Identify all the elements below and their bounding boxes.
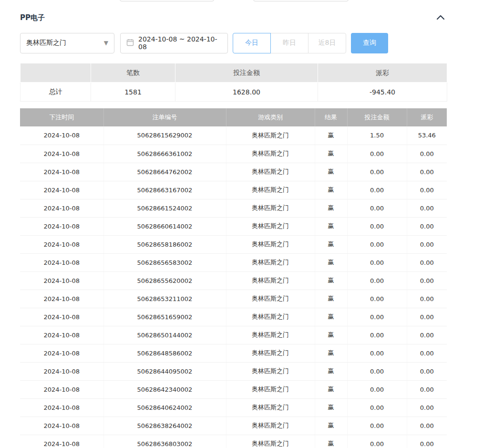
payout-cell: 0.00 [407,326,447,344]
bet-id-cell: 50628666361002 [103,145,226,163]
bet-time-cell: 2024-10-08 [20,235,103,253]
bet-amount-cell: 0.00 [347,417,407,435]
game-type-cell: 奥林匹斯之门 [226,271,315,290]
quick-filter-today[interactable]: 今日 [233,33,271,53]
quick-filter-last8days[interactable]: 近8日 [308,33,346,53]
result-cell: 赢 [315,163,347,181]
bet-time-cell: 2024-10-08 [20,145,103,163]
game-type-cell: 奥林匹斯之门 [226,344,315,362]
summary-header-empty [21,63,91,83]
summary-bet-amount-value: 1628.00 [175,83,318,102]
cropped-input-left[interactable] [120,0,214,1]
result-cell: 赢 [315,126,347,145]
bet-amount-cell: 0.00 [347,217,407,235]
search-button[interactable]: 查询 [351,33,388,53]
header-bet-amount: 投注金额 [347,108,407,126]
result-cell: 赢 [315,398,347,417]
game-type-cell: 奥林匹斯之门 [226,398,315,417]
bet-id-cell: 50628638264002 [103,417,226,435]
header-game-type: 游戏类别 [226,108,315,126]
game-select[interactable]: 奥林匹斯之门 ▼ [20,33,114,53]
table-row: 2024-10-0850628661524002奥林匹斯之门赢0.000.00 [20,199,447,217]
bet-amount-cell: 0.00 [347,398,407,417]
summary-header-payout: 派彩 [318,63,447,83]
table-row: 2024-10-0850628615629002奥林匹斯之门赢1.5053.46 [20,126,447,145]
result-cell: 赢 [315,199,347,217]
summary-header-bet-amount: 投注金额 [175,63,318,83]
table-row: 2024-10-0850628653211002奥林匹斯之门赢0.000.00 [20,290,447,308]
chevron-down-icon: ▼ [104,40,108,46]
bet-id-cell: 50628636803002 [103,435,226,448]
bet-id-cell: 50628653211002 [103,290,226,308]
payout-cell: 0.00 [407,235,447,253]
game-type-cell: 奥林匹斯之门 [226,235,315,253]
game-type-cell: 奥林匹斯之门 [226,380,315,398]
bet-table-body: 2024-10-0850628615629002奥林匹斯之门赢1.5053.46… [20,126,447,448]
payout-cell: 0.00 [407,398,447,417]
payout-cell: 0.00 [407,435,447,448]
bet-time-cell: 2024-10-08 [20,181,103,199]
table-row: 2024-10-0850628660614002奥林匹斯之门赢0.000.00 [20,217,447,235]
bet-id-cell: 50628615629002 [103,126,226,145]
bet-id-cell: 50628660614002 [103,217,226,235]
page-title: PP电子 [20,13,45,22]
bet-amount-cell: 0.00 [347,380,407,398]
cropped-input-right[interactable] [253,0,349,1]
table-row: 2024-10-0850628636803002奥林匹斯之门赢0.000.00 [20,435,447,448]
bet-id-cell: 50628661524002 [103,199,226,217]
bet-time-cell: 2024-10-08 [20,435,103,448]
bet-id-cell: 50628650144002 [103,326,226,344]
payout-cell: 0.00 [407,181,447,199]
table-row: 2024-10-0850628648586002奥林匹斯之门赢0.000.00 [20,344,447,362]
bet-time-cell: 2024-10-08 [20,199,103,217]
bet-id-cell: 50628644095002 [103,362,226,380]
bet-amount-cell: 0.00 [347,344,407,362]
table-row: 2024-10-0850628656583002奥林匹斯之门赢0.000.00 [20,253,447,271]
header-bet-time: 下注时间 [20,108,103,126]
result-cell: 赢 [315,344,347,362]
payout-cell: 0.00 [407,290,447,308]
header-payout: 派彩 [407,108,447,126]
bet-amount-cell: 0.00 [347,362,407,380]
result-cell: 赢 [315,308,347,326]
bet-time-cell: 2024-10-08 [20,417,103,435]
bet-amount-cell: 0.00 [347,235,407,253]
bet-time-cell: 2024-10-08 [20,271,103,290]
bet-records-table: 下注时间 注单编号 游戏类别 结果 投注金额 派彩 2024-10-085062… [20,108,447,448]
bet-amount-cell: 0.00 [347,308,407,326]
table-row: 2024-10-0850628640624002奥林匹斯之门赢0.000.00 [20,398,447,417]
collapse-button[interactable] [434,12,447,23]
payout-cell: 0.00 [407,163,447,181]
bet-time-cell: 2024-10-08 [20,217,103,235]
bet-amount-cell: 0.00 [347,199,407,217]
filter-row: 奥林匹斯之门 ▼ 2024-10-08 ~ 2024-10-08 今日 昨日 近… [20,32,484,53]
game-type-cell: 奥林匹斯之门 [226,217,315,235]
quick-filter-yesterday[interactable]: 昨日 [270,33,309,53]
bet-time-cell: 2024-10-08 [20,362,103,380]
bet-time-cell: 2024-10-08 [20,163,103,181]
summary-total-row: 总计 1581 1628.00 -945.40 [21,83,447,102]
section-header: PP电子 [20,0,447,23]
game-type-cell: 奥林匹斯之门 [226,290,315,308]
result-cell: 赢 [315,290,347,308]
game-type-cell: 奥林匹斯之门 [226,417,315,435]
payout-cell: 0.00 [407,362,447,380]
game-type-cell: 奥林匹斯之门 [226,308,315,326]
bet-amount-cell: 0.00 [347,145,407,163]
table-row: 2024-10-0850628663167002奥林匹斯之门赢0.000.00 [20,181,447,199]
payout-cell: 0.00 [407,145,447,163]
bet-amount-cell: 0.00 [347,253,407,271]
header-bet-id: 注单编号 [103,108,226,126]
table-row: 2024-10-0850628650144002奥林匹斯之门赢0.000.00 [20,326,447,344]
payout-cell: 0.00 [407,308,447,326]
calendar-icon [126,39,134,48]
bet-amount-cell: 0.00 [347,435,407,448]
date-range-input[interactable]: 2024-10-08 ~ 2024-10-08 [120,33,228,53]
table-row: 2024-10-0850628651659002奥林匹斯之门赢0.000.00 [20,308,447,326]
summary-count-value: 1581 [91,83,175,102]
bet-id-cell: 50628658186002 [103,235,226,253]
result-cell: 赢 [315,145,347,163]
summary-total-label: 总计 [21,83,91,102]
payout-cell: 0.00 [407,380,447,398]
payout-cell: 0.00 [407,417,447,435]
